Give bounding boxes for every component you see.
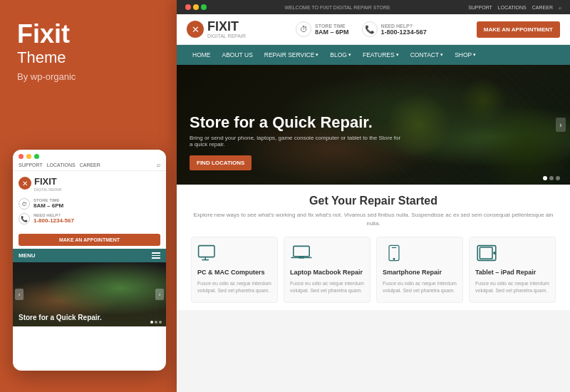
theme-subtitle: Theme [17, 48, 160, 67]
svg-rect-3 [294, 246, 309, 256]
theme-by: By wp-organic [17, 71, 160, 82]
mobile-nav-support[interactable]: SUPPORT [19, 163, 43, 167]
svg-rect-11 [480, 247, 492, 259]
desktop-utility-bar: WELCOME TO FIXIT DIGITAL REPAIR STORE SU… [177, 0, 570, 14]
desktop-logo-text-wrap: FIXIT DIGITAL REPAIR [207, 20, 246, 38]
nav-item-contact[interactable]: CONTACT ▾ [405, 45, 449, 65]
clock-icon: ⏱ [19, 198, 30, 210]
service-title-pc: PC & MAC Computers [197, 269, 271, 277]
mobile-hero: ‹ › Store for a Quick Repair. [13, 262, 166, 326]
service-card-pc: PC & MAC Computers Fusce eu odio ac nequ… [191, 237, 278, 303]
service-card-smartphone: Smartphone Repair Fusce eu odio ac neque… [376, 237, 463, 303]
service-title-tablet: Tablet – iPad Repair [475, 269, 549, 277]
desktop-utility-support[interactable]: SUPPORT [468, 5, 492, 10]
service-card-tablet: Tablet – iPad Repair Fusce eu odio ac ne… [469, 237, 556, 303]
find-locations-button[interactable]: FIND LOCATIONS [190, 155, 252, 170]
nav-item-about[interactable]: ABOUT US [217, 45, 259, 65]
desktop-logo-icon: ✕ [187, 21, 204, 38]
next-arrow[interactable]: › [155, 289, 164, 300]
hero-dot-1[interactable] [150, 321, 153, 324]
mobile-cta-button[interactable]: MAKE AN APPOINTMENT [19, 234, 160, 246]
dot-green [34, 154, 39, 159]
desktop-header-need-help: 📞 NEED HELP? 1-800-1234-567 [362, 21, 427, 37]
service-desc-tablet: Fusce eu odio ac neque interdum volutpat… [475, 280, 549, 295]
nav-item-home[interactable]: HOME [187, 45, 217, 65]
svg-point-7 [393, 258, 395, 259]
desktop-cta-button[interactable]: MAKE AN APPOINTMENT [477, 21, 560, 38]
theme-title: Fixit [17, 21, 160, 47]
store-time-info: STORE TIME 8AM – 6PM [33, 198, 63, 209]
desktop-utility-locations[interactable]: LOCATIONS [498, 5, 527, 10]
mobile-hero-content: Store for a Quick Repair. [13, 309, 108, 326]
service-desc-smartphone: Fusce eu odio ac neque interdum volutpat… [383, 280, 457, 295]
search-icon-desktop[interactable]: ⌕ [559, 5, 561, 10]
search-icon[interactable]: ⌕ [157, 161, 160, 168]
nav-item-repair[interactable]: REPAIR SERVICE ▾ [259, 45, 325, 65]
win-dot-yellow [193, 4, 199, 10]
dot-yellow [26, 154, 31, 159]
mobile-hero-dots [150, 321, 162, 324]
svg-point-10 [494, 252, 495, 254]
desktop-need-help-text: NEED HELP? 1-800-1234-567 [381, 24, 427, 36]
desktop-hero-dots [543, 176, 560, 180]
mobile-logo-icon: ✕ [19, 177, 31, 190]
need-help-info: NEED HELP? 1-800-1234-567 [33, 213, 74, 224]
section-desc: Explore new ways to see what's working a… [190, 211, 557, 228]
pc-icon [197, 244, 220, 262]
desktop-header: ✕ FIXIT DIGITAL REPAIR ⏱ STORE TIME 8AM … [177, 14, 570, 45]
win-dots [185, 4, 207, 10]
desktop-nav: HOME ABOUT US REPAIR SERVICE ▾ BLOG ▾ FE… [177, 45, 570, 65]
left-panel: Fixit Theme By wp-organic SUPPORT LOCATI… [0, 0, 177, 392]
mobile-nav-locations[interactable]: LOCATIONS [47, 163, 76, 167]
hamburger-icon[interactable] [152, 252, 160, 259]
nav-item-features[interactable]: FEATURES ▾ [357, 45, 405, 65]
desktop-clock-icon: ⏱ [296, 21, 311, 37]
desktop-hero-content: Store for a Quick Repair. Bring or send … [190, 113, 403, 170]
desktop-hero-subtitle: Bring or send your phone, laptops, game … [190, 135, 403, 148]
tablet-icon [475, 244, 498, 262]
desktop-store-time-text: STORE TIME 8AM – 6PM [315, 24, 349, 36]
mobile-nav-career[interactable]: CAREER [80, 163, 100, 167]
nav-item-blog[interactable]: BLOG ▾ [324, 45, 357, 65]
mobile-info: ⏱ STORE TIME 8AM – 6PM 📞 NEED HELP? 1-80… [13, 195, 166, 231]
mobile-hero-arrows: ‹ › [13, 289, 166, 300]
mobile-hero-title: Store for a Quick Repair. [19, 314, 102, 322]
desktop-header-middle: ⏱ STORE TIME 8AM – 6PM 📞 NEED HELP? 1-80… [256, 21, 467, 37]
desktop-header-store-time: ⏱ STORE TIME 8AM – 6PM [296, 21, 349, 37]
mobile-logo: ✕ FIXIT DIGITAL REPAIR [19, 175, 62, 192]
svg-rect-0 [199, 246, 214, 257]
laptop-icon [290, 244, 313, 262]
smartphone-icon [383, 244, 405, 262]
services-grid: PC & MAC Computers Fusce eu odio ac nequ… [190, 237, 557, 303]
service-desc-laptop: Fusce eu odio ac neque interdum volutpat… [290, 280, 364, 295]
mobile-mockup: SUPPORT LOCATIONS CAREER ⌕ ✕ FIXIT DIGIT… [13, 150, 166, 371]
mobile-nav-links: SUPPORT LOCATIONS CAREER [19, 163, 100, 167]
chevron-down-icon: ▾ [396, 52, 399, 58]
win-dot-red [185, 4, 191, 10]
desktop-dot-1[interactable] [543, 176, 547, 180]
service-title-smartphone: Smartphone Repair [383, 269, 457, 277]
desktop-utility-right: SUPPORT LOCATIONS CAREER ⌕ [468, 5, 561, 10]
desktop-hero: Store for a Quick Repair. Bring or send … [177, 65, 570, 185]
hero-dot-2[interactable] [155, 321, 157, 324]
desktop-dot-2[interactable] [549, 176, 554, 180]
win-dot-green [201, 4, 207, 10]
desktop-phone-icon: 📞 [362, 21, 378, 37]
phone-icon: 📞 [19, 213, 30, 225]
mobile-logo-text: FIXIT DIGITAL REPAIR [34, 175, 62, 192]
desktop-utility-career[interactable]: CAREER [532, 5, 553, 10]
nav-item-shop[interactable]: SHOP ▾ [449, 45, 482, 65]
mobile-nav: SUPPORT LOCATIONS CAREER ⌕ [13, 159, 166, 171]
prev-arrow[interactable]: ‹ [15, 289, 24, 300]
desktop-dot-3[interactable] [556, 176, 560, 180]
chevron-down-icon: ▾ [473, 52, 476, 58]
desktop-hero-title: Store for a Quick Repair. [190, 113, 403, 131]
need-help-row: 📞 NEED HELP? 1-800-1234-567 [19, 213, 160, 225]
desktop-preview: WELCOME TO FIXIT DIGITAL REPAIR STORE SU… [177, 0, 570, 392]
mobile-top-bar [13, 150, 166, 159]
hero-dot-3[interactable] [159, 321, 162, 324]
desktop-utility-left [185, 4, 207, 10]
service-card-laptop: Laptop Macbook Repair Fusce eu odio ac n… [284, 237, 370, 303]
next-slide-button[interactable]: › [556, 118, 566, 132]
store-time-row: ⏱ STORE TIME 8AM – 6PM [19, 198, 160, 210]
